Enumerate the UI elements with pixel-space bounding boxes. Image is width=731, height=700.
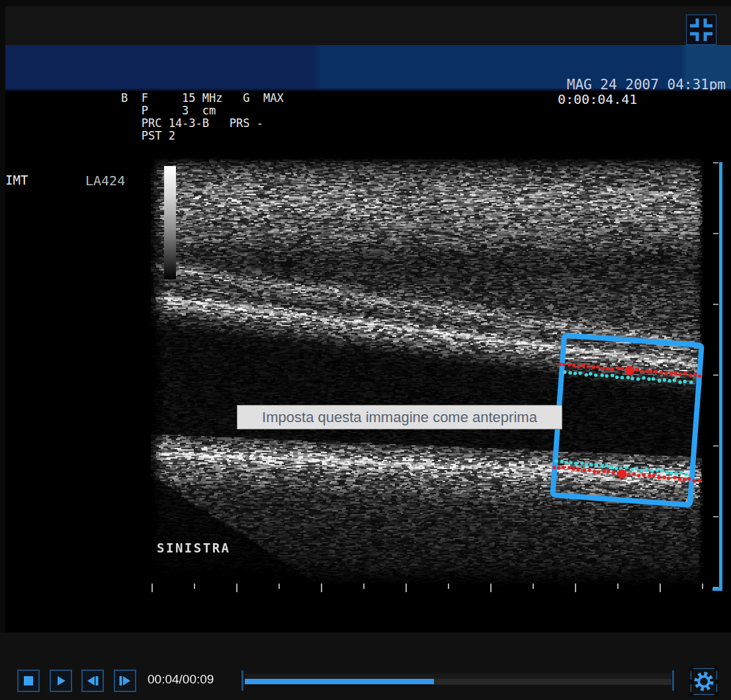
handle [714,679,719,684]
scan-parameters-line: PRC 14-3-B PRS - [121,117,284,130]
handle [714,692,719,697]
side-label: SINISTRA [157,541,231,555]
time-display: 00:04/00:09 [148,672,214,687]
handle [689,692,693,697]
progress-bar[interactable] [245,674,671,685]
handle [689,679,693,684]
gear-icon [693,670,715,693]
step-forward-icon [118,674,132,687]
progress-fill [245,679,434,684]
settings-gear-button[interactable] [691,668,717,695]
stop-button[interactable] [17,670,40,692]
play-icon [54,674,67,687]
progress-start-tick [241,670,243,691]
exit-fullscreen-icon [687,15,716,44]
handle [689,666,693,671]
probe-label: LA424 [85,173,125,189]
scan-parameters-text: B F 15 MHz G MAX P 3 cm PRC 14-3-B PRS -… [121,92,284,142]
stop-icon [22,674,35,687]
scan-parameters-line: B F 15 MHz G MAX [121,92,284,105]
scan-parameters-line: P 3 cm [121,105,284,117]
handle [714,666,719,671]
play-button[interactable] [50,670,72,692]
step-forward-button[interactable] [114,670,136,692]
player-control-bar [0,633,731,700]
step-back-icon [86,674,99,687]
progress-end-tick [672,670,674,691]
mode-label: IMT [5,173,28,187]
title-bar [5,7,731,45]
roi-measurement-box [550,332,705,507]
grayscale-calibration-bar [164,166,176,279]
clip-timestamp-label: 0:00:04.41 [558,91,637,107]
set-preview-tooltip: Imposta questa immagine come anteprima [237,405,562,429]
step-back-button[interactable] [81,670,104,692]
scan-parameters-line: PST 2 [121,130,284,142]
fullscreen-button[interactable] [686,15,716,45]
